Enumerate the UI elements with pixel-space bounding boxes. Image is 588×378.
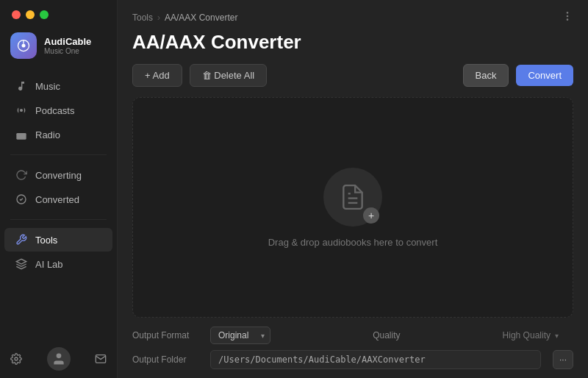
format-row: Output Format Original MP3 AAC FLAC Qual…	[132, 327, 573, 344]
settings-button[interactable]	[4, 347, 28, 371]
sidebar-item-tools[interactable]: Tools	[4, 228, 112, 252]
folder-more-button[interactable]: ···	[553, 350, 573, 369]
sidebar-tools-section: Tools AI Lab	[0, 224, 117, 279]
sidebar-divider-2	[10, 219, 107, 220]
svg-point-11	[567, 15, 567, 16]
drop-hint: Drag & drop audiobooks here to convert	[268, 237, 438, 248]
sidebar-item-ailab-label: AI Lab	[35, 259, 63, 270]
avatar[interactable]	[47, 347, 71, 371]
output-folder-label: Output Folder	[132, 354, 198, 365]
sidebar-item-radio[interactable]: Radio	[4, 123, 112, 146]
topbar: Tools › AA/AAX Converter	[118, 0, 588, 31]
sidebar-item-radio-label: Radio	[35, 129, 60, 140]
close-button[interactable]	[12, 10, 21, 19]
breadcrumb: Tools › AA/AAX Converter	[132, 13, 237, 23]
sidebar-item-converted[interactable]: Converted	[4, 188, 112, 211]
app-brand: AudiCable Music One	[0, 26, 117, 71]
sidebar-item-converting[interactable]: Converting	[4, 163, 112, 187]
minimize-button[interactable]	[26, 10, 35, 19]
output-format-label: Output Format	[132, 330, 198, 340]
converted-icon	[15, 193, 28, 206]
toolbar: + Add 🗑 Delete All Back Convert	[118, 64, 588, 97]
menu-icon[interactable]	[562, 10, 573, 25]
breadcrumb-parent: Tools	[132, 13, 153, 23]
svg-point-12	[567, 19, 567, 20]
sidebar: AudiCable Music One Music Podcasts	[0, 0, 118, 378]
svg-point-9	[56, 354, 61, 359]
converting-icon	[15, 168, 28, 182]
svg-point-2	[20, 109, 23, 112]
svg-point-10	[567, 13, 567, 13]
output-format-select-wrapper[interactable]: Original MP3 AAC FLAC	[210, 327, 270, 344]
app-subtitle: Music One	[44, 47, 91, 55]
sidebar-divider-1	[10, 154, 107, 155]
app-name: AudiCable	[44, 36, 91, 47]
folder-row: Output Folder ···	[132, 350, 573, 369]
tools-icon	[15, 233, 28, 246]
app-icon	[10, 32, 37, 59]
page-title: AA/AAX Converter	[118, 31, 588, 64]
sidebar-item-podcasts-label: Podcasts	[35, 105, 74, 116]
sidebar-item-podcasts[interactable]: Podcasts	[4, 99, 112, 122]
music-icon	[15, 79, 28, 93]
bottom-bar: Output Format Original MP3 AAC FLAC Qual…	[118, 318, 588, 378]
quality-label: Quality	[373, 330, 400, 340]
sidebar-item-converting-label: Converting	[35, 170, 82, 181]
sidebar-item-music[interactable]: Music	[4, 74, 112, 98]
output-format-select[interactable]: Original MP3 AAC FLAC	[210, 327, 270, 344]
add-plus-icon: +	[363, 207, 379, 224]
main-content: Tools › AA/AAX Converter AA/AAX Converte…	[118, 0, 588, 378]
quality-value[interactable]: High Quality	[503, 330, 573, 340]
traffic-lights	[0, 0, 117, 26]
sidebar-bottom	[0, 340, 117, 378]
convert-button[interactable]: Convert	[516, 65, 573, 86]
delete-all-button[interactable]: 🗑 Delete All	[190, 64, 268, 87]
maximize-button[interactable]	[40, 10, 49, 19]
breadcrumb-current: AA/AAX Converter	[165, 13, 237, 23]
sidebar-main-section: Music Podcasts Radio	[0, 71, 117, 150]
sidebar-item-converted-label: Converted	[35, 194, 79, 205]
radio-icon	[15, 128, 28, 141]
ailab-icon	[15, 257, 28, 271]
mail-button[interactable]	[89, 347, 112, 371]
add-button[interactable]: + Add	[132, 64, 182, 87]
svg-point-1	[22, 44, 26, 48]
output-folder-input[interactable]	[210, 350, 541, 369]
sidebar-secondary-section: Converting Converted	[0, 160, 117, 215]
sidebar-item-ailab[interactable]: AI Lab	[4, 252, 112, 276]
svg-marker-7	[16, 259, 26, 264]
drop-icon: +	[323, 168, 382, 227]
svg-point-4	[23, 135, 25, 138]
sidebar-item-tools-label: Tools	[35, 235, 57, 246]
sidebar-item-music-label: Music	[35, 81, 60, 92]
podcasts-icon	[15, 104, 28, 117]
app-name-group: AudiCable Music One	[44, 36, 91, 55]
svg-point-8	[15, 357, 18, 360]
back-button[interactable]: Back	[463, 64, 509, 87]
drop-zone[interactable]: + Drag & drop audiobooks here to convert	[132, 97, 573, 318]
breadcrumb-separator: ›	[157, 13, 160, 23]
